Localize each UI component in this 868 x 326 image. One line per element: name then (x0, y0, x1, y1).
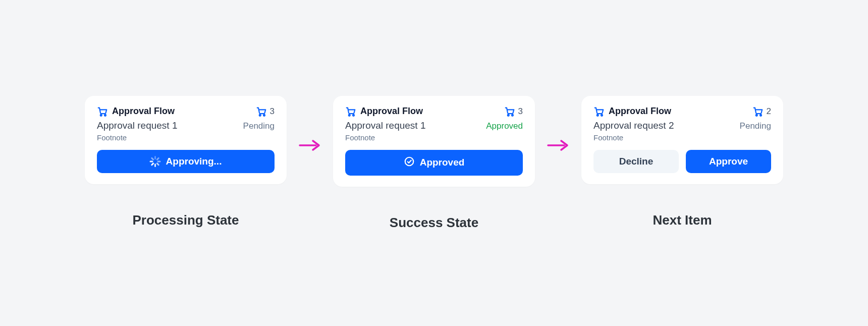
approve-button[interactable]: Approve (686, 150, 771, 173)
cart-icon (97, 106, 108, 117)
state-caption: Next Item (653, 212, 712, 228)
approving-button[interactable]: Approving... (97, 150, 275, 173)
approval-card: Approval Flow 3 Approval request 1 Pendi… (85, 96, 287, 184)
cart-icon (504, 106, 515, 117)
cart-icon (345, 106, 356, 117)
approval-card: Approval Flow 2 Approval request 2 Pendi… (581, 96, 783, 184)
card-title: Approval Flow (609, 106, 671, 117)
button-label: Approving... (166, 156, 222, 167)
svg-point-5 (349, 114, 350, 116)
request-name: Approval request 1 (345, 120, 426, 131)
card-brand: Approval Flow (345, 106, 423, 117)
cart-icon (256, 106, 267, 117)
footnote: Footnote (97, 133, 275, 142)
cart-counter: 3 (504, 106, 523, 117)
status-badge: Pending (243, 121, 275, 131)
state-caption: Success State (390, 215, 478, 231)
cart-count: 2 (767, 106, 771, 117)
svg-point-0 (100, 114, 102, 116)
approval-card: Approval Flow 3 Approval request 1 Appro… (333, 96, 535, 187)
cart-count: 3 (518, 106, 523, 117)
footnote: Footnote (345, 133, 523, 142)
svg-point-7 (507, 114, 509, 116)
svg-point-14 (760, 114, 762, 116)
cart-icon (593, 106, 605, 117)
card-title: Approval Flow (112, 106, 175, 117)
cart-count: 3 (270, 106, 275, 117)
svg-point-11 (597, 114, 599, 116)
cart-icon (752, 106, 764, 117)
button-label: Decline (619, 156, 654, 167)
decline-button[interactable]: Decline (593, 150, 679, 173)
cart-counter: 3 (256, 106, 275, 117)
state-success: Approval Flow 3 Approval request 1 Appro… (333, 96, 535, 231)
arrow-right-icon (547, 138, 569, 154)
button-label: Approved (420, 157, 465, 168)
footnote: Footnote (593, 133, 771, 142)
state-processing: Approval Flow 3 Approval request 1 Pendi… (85, 96, 287, 228)
flow-diagram: Approval Flow 3 Approval request 1 Pendi… (85, 96, 783, 231)
state-next-item: Approval Flow 2 Approval request 2 Pendi… (581, 96, 783, 228)
svg-point-3 (263, 114, 265, 116)
svg-point-6 (353, 114, 354, 116)
card-title: Approval Flow (360, 106, 423, 117)
state-caption: Processing State (133, 212, 239, 228)
svg-point-12 (601, 114, 603, 116)
request-name: Approval request 2 (593, 120, 674, 131)
card-brand: Approval Flow (97, 106, 175, 117)
approved-button[interactable]: Approved (345, 150, 523, 176)
arrow-right-icon (299, 138, 321, 154)
status-badge: Approved (486, 121, 523, 131)
cart-counter: 2 (752, 106, 771, 117)
spinner-icon (150, 156, 161, 167)
card-brand: Approval Flow (593, 106, 671, 117)
svg-point-1 (104, 114, 106, 116)
svg-point-13 (755, 114, 757, 116)
svg-point-2 (259, 114, 260, 116)
button-label: Approve (709, 156, 748, 167)
status-badge: Pending (740, 121, 771, 131)
request-name: Approval request 1 (97, 120, 178, 131)
check-circle-icon (404, 156, 415, 170)
svg-point-8 (512, 114, 513, 116)
svg-point-9 (405, 157, 413, 166)
